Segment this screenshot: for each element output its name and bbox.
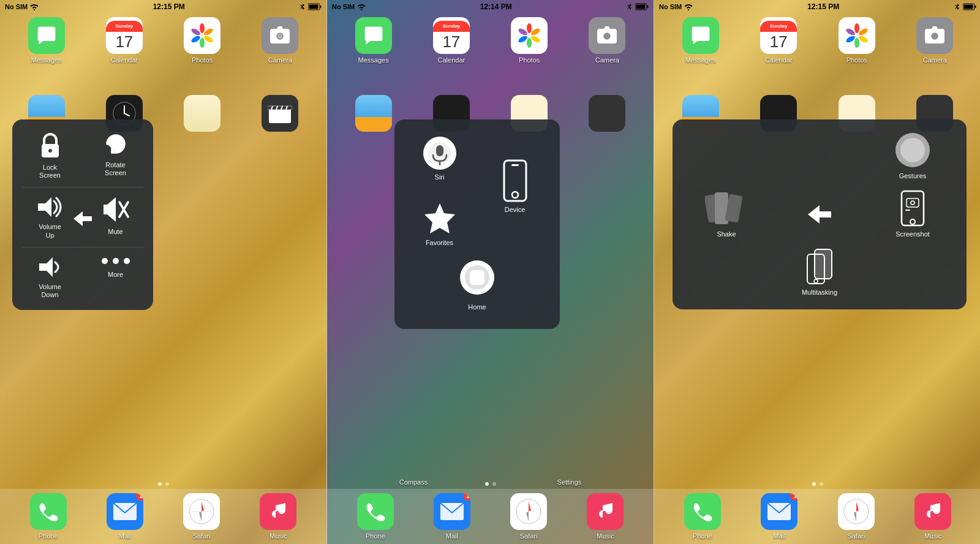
popup-mute[interactable]: Mute: [88, 195, 143, 239]
no-sim-label-3: No SIM: [659, 3, 682, 10]
multitasking-svg: [806, 248, 833, 285]
svg-point-48: [527, 38, 532, 48]
phone-icon-3[interactable]: [684, 493, 721, 530]
svg-rect-71: [975, 6, 976, 8]
video-icon-2[interactable]: [589, 95, 625, 132]
app-camera-1[interactable]: Camera: [258, 17, 301, 64]
photos-icon-3[interactable]: [839, 17, 875, 54]
favorites-svg: [421, 201, 458, 235]
dock-phone-1[interactable]: Phone: [27, 493, 70, 540]
svg-rect-55: [436, 145, 443, 156]
status-right-3: [954, 3, 976, 10]
app-video-2[interactable]: [586, 95, 628, 132]
back-arrow-svg: [74, 211, 92, 226]
popup-rotate-screen[interactable]: RotateScreen: [88, 130, 143, 179]
dock-safari-1[interactable]: Safari: [180, 493, 223, 540]
app-photos-1[interactable]: Photos: [181, 17, 224, 64]
app-video-1[interactable]: [258, 95, 301, 132]
dock-safari-3[interactable]: Safari: [835, 493, 878, 540]
status-bar-3: No SIM 12:15 PM: [654, 0, 980, 13]
weather-icon-2[interactable]: [355, 95, 392, 132]
messages-icon-2[interactable]: [355, 17, 392, 54]
app-calendar-1[interactable]: Sunday 17 Calendar: [103, 17, 146, 64]
photos-icon-2[interactable]: [511, 17, 548, 54]
popup-volume-up[interactable]: VolumeUp: [22, 195, 78, 239]
camera-svg-3: [924, 26, 946, 45]
calendar-label-2: Calendar: [438, 56, 466, 64]
calendar-icon-1[interactable]: Sunday 17: [106, 17, 143, 54]
app-photos-2[interactable]: Photos: [508, 17, 551, 64]
music-label-3: Music: [924, 532, 942, 540]
phone-icon-2[interactable]: [357, 493, 394, 530]
app-weather-2[interactable]: [352, 95, 395, 132]
phone-icon-1[interactable]: [30, 493, 67, 530]
mail-icon-1[interactable]: 1: [107, 493, 143, 530]
dock-mail-3[interactable]: 1 Mail: [758, 493, 801, 540]
popup-multitasking[interactable]: Multitasking: [780, 248, 859, 297]
dock-music-1[interactable]: Music: [257, 493, 300, 540]
phone-svg-3: [692, 501, 714, 523]
camera-label-2: Camera: [595, 56, 619, 64]
popup-screenshot[interactable]: Screenshot: [873, 190, 952, 238]
photos-icon-1[interactable]: [184, 17, 221, 54]
popup-more[interactable]: More: [88, 255, 143, 299]
app-notes-1[interactable]: [181, 95, 224, 132]
bluetooth-icon-3: [954, 3, 961, 10]
popup-siri[interactable]: Siri: [409, 137, 470, 181]
messages-label-2: Messages: [358, 56, 389, 64]
app-photos-3[interactable]: Photos: [835, 17, 878, 64]
safari-icon-1[interactable]: [183, 493, 220, 530]
siri-label: Siri: [435, 173, 445, 181]
dock-phone-3[interactable]: Phone: [681, 493, 724, 540]
popup-home[interactable]: Home: [459, 259, 496, 311]
calendar-icon-3[interactable]: Sunday 17: [760, 17, 797, 54]
safari-icon-2[interactable]: [510, 493, 547, 530]
popup-device[interactable]: Device: [484, 159, 545, 247]
popup-gestures[interactable]: Gestures: [873, 132, 952, 180]
battery-icon-3: [963, 3, 976, 10]
camera-icon-2[interactable]: [589, 17, 625, 54]
messages-icon-1[interactable]: [28, 17, 65, 54]
mail-icon-3[interactable]: 1: [761, 493, 797, 530]
popup-lock-screen[interactable]: LockScreen: [22, 130, 78, 179]
app-calendar-3[interactable]: Sunday 17 Calendar: [757, 17, 800, 64]
multitasking-label: Multitasking: [802, 289, 837, 297]
settings-label-2: Settings: [557, 478, 582, 486]
battery-icon-1: [308, 3, 322, 10]
dock-mail-2[interactable]: 1 Mail: [431, 493, 473, 540]
app-messages-1[interactable]: Messages: [25, 17, 68, 64]
app-camera-2[interactable]: Camera: [586, 17, 628, 64]
camera-icon-3[interactable]: [916, 17, 953, 54]
messages-icon-3[interactable]: [682, 17, 719, 54]
safari-icon-3[interactable]: [838, 493, 875, 530]
popup-shake[interactable]: Shake: [687, 190, 766, 238]
popup-volume-down[interactable]: VolumeDown: [22, 255, 78, 299]
camera-icon-1[interactable]: [262, 17, 298, 54]
svg-point-45: [527, 23, 532, 33]
music-icon-1[interactable]: [260, 493, 296, 530]
no-sim-label-1: No SIM: [5, 3, 28, 10]
photos-label-1: Photos: [192, 56, 213, 64]
svg-rect-63: [470, 270, 484, 285]
dock-mail-1[interactable]: 1 Mail: [104, 493, 146, 540]
safari-label-2: Safari: [520, 532, 538, 540]
dock-music-2[interactable]: Music: [584, 493, 627, 540]
app-camera-3[interactable]: Camera: [913, 17, 956, 64]
phone-svg-1: [37, 501, 59, 523]
gestures-icon: [894, 132, 931, 168]
calendar-icon-2[interactable]: Sunday 17: [433, 17, 470, 54]
dock-safari-2[interactable]: Safari: [507, 493, 550, 540]
music-icon-3[interactable]: [914, 493, 951, 530]
notes-icon-1[interactable]: [184, 95, 221, 132]
video-icon-1[interactable]: [262, 95, 298, 132]
volume-up-svg: [36, 195, 65, 219]
mail-badge-1: 1: [136, 493, 143, 501]
app-calendar-2[interactable]: Sunday 17 Calendar: [430, 17, 473, 64]
mail-icon-2[interactable]: 1: [434, 493, 470, 530]
dock-phone-2[interactable]: Phone: [354, 493, 397, 540]
music-icon-2[interactable]: [587, 493, 624, 530]
dock-music-3[interactable]: Music: [911, 493, 954, 540]
app-messages-2[interactable]: Messages: [352, 17, 395, 64]
app-messages-3[interactable]: Messages: [679, 17, 722, 64]
popup-favorites[interactable]: Favorites: [409, 201, 470, 247]
